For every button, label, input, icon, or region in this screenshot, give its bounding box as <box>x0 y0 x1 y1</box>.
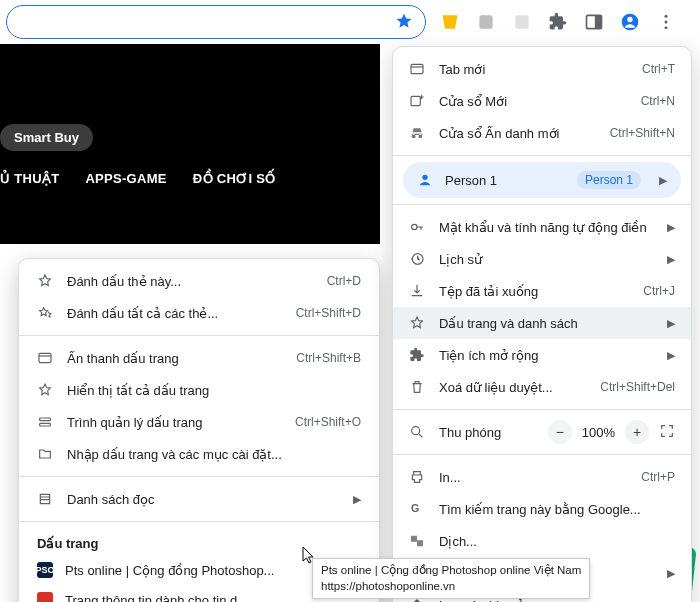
new-tab-icon <box>409 61 425 77</box>
submenu-import[interactable]: Nhập dấu trang và các mục cài đặt... <box>19 438 379 470</box>
chrome-menu-icon[interactable] <box>656 12 676 32</box>
label: Danh sách đọc <box>67 492 333 507</box>
svg-rect-0 <box>479 15 492 28</box>
nav-item[interactable]: Ủ THUẬT <box>0 171 59 186</box>
translate-icon <box>409 533 425 549</box>
svg-point-12 <box>412 224 417 229</box>
smart-buy-pill[interactable]: Smart Buy <box>0 124 93 151</box>
label: Xoá dữ liệu duyệt... <box>439 380 586 395</box>
shortcut: Ctrl+D <box>327 274 361 288</box>
svg-point-7 <box>665 21 668 24</box>
bookmark-label: Trang thông tin dành cho tin d <box>65 593 237 603</box>
label: Đánh dấu tất cả các thẻ... <box>67 306 282 321</box>
submenu-reading-list[interactable]: Danh sách đọc ▶ <box>19 483 379 515</box>
bookmark-label: Pts online | Cộng đồng Photoshop... <box>65 563 274 578</box>
svg-rect-19 <box>40 418 51 421</box>
zoom-in-button[interactable]: + <box>625 420 649 444</box>
shortcut: Ctrl+Shift+N <box>610 126 675 140</box>
side-panel-icon[interactable] <box>584 12 604 32</box>
submenu-heading: Dấu trang <box>19 528 379 555</box>
chevron-right-icon: ▶ <box>667 221 675 234</box>
label: Mật khẩu và tính năng tự động điền <box>439 220 647 235</box>
menu-translate[interactable]: Dịch... <box>393 525 691 557</box>
svg-rect-20 <box>40 423 51 426</box>
menu-downloads[interactable]: Tệp đã tải xuống Ctrl+J <box>393 275 691 307</box>
omnibox[interactable] <box>6 5 426 39</box>
favicon-icon: PSO <box>37 562 53 578</box>
label: Tệp đã tải xuống <box>439 284 629 299</box>
star-icon <box>409 315 425 331</box>
submenu-bookmark-tab[interactable]: Đánh dấu thẻ này... Ctrl+D <box>19 265 379 297</box>
label: Đánh dấu thẻ này... <box>67 274 313 289</box>
shortcut: Ctrl+T <box>642 62 675 76</box>
submenu-bookmark-all[interactable]: Đánh dấu tất cả các thẻ... Ctrl+Shift+D <box>19 297 379 329</box>
submenu-hide-bar[interactable]: Ẩn thanh dấu trang Ctrl+Shift+B <box>19 342 379 374</box>
svg-rect-9 <box>411 64 423 73</box>
manager-icon <box>37 414 53 430</box>
zoom-icon <box>409 424 425 440</box>
submenu-show-all[interactable]: Hiển thị tất cả dấu trang <box>19 374 379 406</box>
chevron-right-icon: ▶ <box>667 317 675 330</box>
menu-incognito[interactable]: Cửa sổ Ẩn danh mới Ctrl+Shift+N <box>393 117 691 149</box>
download-icon <box>409 283 425 299</box>
fullscreen-icon[interactable] <box>659 423 675 442</box>
svg-rect-3 <box>595 15 602 28</box>
menu-print[interactable]: In... Ctrl+P <box>393 461 691 493</box>
label: Trình quản lý dấu trang <box>67 415 281 430</box>
menu-extensions[interactable]: Tiện ích mở rộng ▶ <box>393 339 691 371</box>
label: Hiển thị tất cả dấu trang <box>67 383 361 398</box>
key-icon <box>409 219 425 235</box>
menu-zoom: Thu phóng − 100% + <box>393 416 691 448</box>
link-tooltip: Pts online | Cộng đồng Photoshop online … <box>312 558 590 599</box>
menu-clear-data[interactable]: Xoá dữ liệu duyệt... Ctrl+Shift+Del <box>393 371 691 403</box>
label: Thu phóng <box>439 425 534 440</box>
extensions-puzzle-icon[interactable] <box>548 12 568 32</box>
menu-passwords[interactable]: Mật khẩu và tính năng tự động điền ▶ <box>393 211 691 243</box>
zoom-out-button[interactable]: − <box>548 420 572 444</box>
shortcut: Ctrl+Shift+O <box>295 415 361 429</box>
shortcut: Ctrl+Shift+Del <box>600 380 675 394</box>
star-multi-icon <box>37 305 53 321</box>
separator <box>19 335 379 336</box>
reading-list-icon <box>37 491 53 507</box>
separator <box>393 155 691 156</box>
svg-point-11 <box>422 175 427 180</box>
nav-item[interactable]: ĐỒ CHƠI SỐ <box>193 171 276 186</box>
incognito-icon <box>409 125 425 141</box>
shortcut: Ctrl+Shift+D <box>296 306 361 320</box>
profile-chip: Person 1 <box>577 171 641 189</box>
menu-profile[interactable]: Person 1 Person 1 ▶ <box>403 162 681 198</box>
bookmark-star-icon[interactable] <box>395 12 413 33</box>
svg-rect-10 <box>411 96 420 105</box>
chevron-right-icon: ▶ <box>353 493 361 506</box>
bookmarks-submenu: Đánh dấu thẻ này... Ctrl+D Đánh dấu tất … <box>18 258 380 602</box>
menu-history[interactable]: Lịch sử ▶ <box>393 243 691 275</box>
label: Tab mới <box>439 62 628 77</box>
separator <box>19 476 379 477</box>
nav-item[interactable]: APPS-GAME <box>85 171 166 186</box>
profile-avatar-icon[interactable] <box>620 12 640 32</box>
puzzle-icon <box>409 347 425 363</box>
menu-google-search-page[interactable]: G Tìm kiếm trang này bằng Google... <box>393 493 691 525</box>
star-icon <box>37 273 53 289</box>
separator <box>393 454 691 455</box>
bar-icon <box>37 350 53 366</box>
chevron-right-icon: ▶ <box>667 253 675 266</box>
label: Dịch... <box>439 534 675 549</box>
menu-bookmarks[interactable]: Dấu trang và danh sách ▶ <box>393 307 691 339</box>
extension-icon-1[interactable] <box>440 12 460 32</box>
label: Cửa sổ Mới <box>439 94 627 109</box>
svg-point-6 <box>665 15 668 18</box>
chevron-right-icon: ▶ <box>667 599 675 603</box>
trash-icon <box>409 379 425 395</box>
separator <box>393 409 691 410</box>
submenu-manager[interactable]: Trình quản lý dấu trang Ctrl+Shift+O <box>19 406 379 438</box>
menu-new-window[interactable]: Cửa sổ Mới Ctrl+N <box>393 85 691 117</box>
label: Tìm kiếm trang này bằng Google... <box>439 502 675 517</box>
extension-icon-2[interactable] <box>476 12 496 32</box>
label: Lịch sử <box>439 252 647 267</box>
svg-text:G: G <box>411 502 419 514</box>
shortcut: Ctrl+P <box>641 470 675 484</box>
menu-new-tab[interactable]: Tab mới Ctrl+T <box>393 53 691 85</box>
extension-icon-3[interactable] <box>512 12 532 32</box>
